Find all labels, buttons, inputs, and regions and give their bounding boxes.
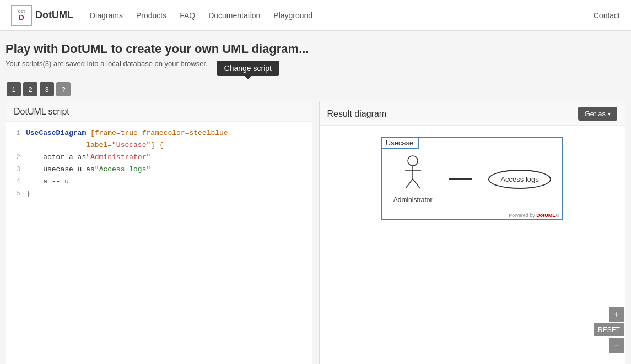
code-token: UseCaseDiagram bbox=[26, 127, 86, 151]
code-token: "Access logs" bbox=[95, 164, 150, 176]
change-script-tooltip: Change script bbox=[217, 61, 279, 76]
uml-frame-label: Usecase bbox=[382, 138, 419, 149]
actor-label: Administrator bbox=[393, 196, 433, 204]
line-num-4: 4 bbox=[9, 176, 20, 188]
nav-diagrams[interactable]: Diagrams bbox=[90, 11, 123, 20]
zoom-out-button[interactable]: − bbox=[609, 338, 624, 353]
get-as-button[interactable]: Get as ▾ bbox=[578, 107, 617, 121]
powered-by-icon: ⚙ bbox=[556, 213, 560, 218]
svg-line-3 bbox=[406, 179, 413, 188]
zoom-controls: + RESET − bbox=[594, 307, 624, 353]
uml-diagram: Usecase bbox=[381, 137, 563, 220]
nav-products[interactable]: Products bbox=[136, 11, 166, 20]
code-line-5: 5 } bbox=[9, 188, 309, 200]
logo-icon: dot D bbox=[11, 5, 32, 26]
tooltip-wrapper: Change script bbox=[217, 61, 279, 76]
code-line-4: 4 a -- u bbox=[9, 176, 309, 188]
zoom-button-group: + RESET − bbox=[594, 307, 624, 353]
logo-d: D bbox=[19, 14, 24, 21]
logo-area: dot D DotUML bbox=[11, 5, 73, 26]
code-line-3: 3 usecase u as "Access logs" bbox=[9, 164, 309, 176]
svg-line-4 bbox=[413, 179, 420, 188]
diagram-area: Usecase bbox=[320, 126, 625, 324]
code-editor[interactable]: 1 UseCaseDiagram [frame=true framecolor=… bbox=[6, 122, 312, 206]
powered-by: Powered by DotUML⚙ bbox=[382, 213, 562, 219]
code-token: usecase u as bbox=[26, 164, 95, 176]
result-panel-header: Result diagram Get as ▾ bbox=[320, 101, 625, 126]
script-panel: DotUML script 1 UseCaseDiagram [frame=tr… bbox=[6, 101, 312, 364]
svg-point-0 bbox=[408, 156, 418, 166]
script-tab-help[interactable]: ? bbox=[56, 82, 71, 96]
code-line-2: 2 actor a as "Administrator" bbox=[9, 151, 309, 164]
code-token: "Administrator" bbox=[86, 151, 150, 164]
connector-line bbox=[449, 178, 472, 180]
script-number-tabs: 1 2 3 ? bbox=[7, 82, 625, 96]
powered-by-logo: DotUML bbox=[536, 213, 556, 218]
nav-playground[interactable]: Playground bbox=[273, 11, 312, 20]
code-token: actor a as bbox=[26, 151, 86, 164]
nav-faq[interactable]: FAQ bbox=[180, 11, 195, 20]
access-logs-oval: Access logs bbox=[488, 170, 551, 189]
page-subtitle: Your scripts(3) are saved into a local d… bbox=[6, 59, 208, 68]
script-tab-2[interactable]: 2 bbox=[23, 82, 37, 96]
actor-area: Administrator bbox=[393, 154, 433, 204]
code-token: a -- u bbox=[26, 176, 69, 188]
line-num-3: 3 bbox=[9, 164, 20, 176]
line-num-1: 1 bbox=[9, 127, 20, 151]
main-content: Play with DotUML to create your own UML … bbox=[0, 31, 631, 364]
script-tab-3[interactable]: 3 bbox=[40, 82, 54, 96]
header: dot D DotUML Diagrams Products FAQ Docum… bbox=[0, 0, 631, 31]
result-panel: Result diagram Get as ▾ Usecase bbox=[319, 101, 626, 364]
line-num-2: 2 bbox=[9, 151, 20, 164]
code-line-1: 1 UseCaseDiagram [frame=true framecolor=… bbox=[9, 127, 309, 151]
script-tab-1[interactable]: 1 bbox=[7, 82, 21, 96]
actor-figure bbox=[402, 154, 424, 193]
line-num-5: 5 bbox=[9, 188, 20, 200]
script-panel-header: DotUML script bbox=[6, 101, 312, 122]
main-nav: Diagrams Products FAQ Documentation Play… bbox=[90, 11, 594, 20]
zoom-reset-button[interactable]: RESET bbox=[594, 323, 624, 336]
script-panel-title: DotUML script bbox=[14, 107, 69, 117]
get-as-label: Get as bbox=[585, 110, 606, 118]
page-title: Play with DotUML to create your own UML … bbox=[6, 42, 625, 56]
two-column-layout: DotUML script 1 UseCaseDiagram [frame=tr… bbox=[6, 101, 625, 364]
code-token: } bbox=[26, 188, 30, 200]
nav-documentation[interactable]: Documentation bbox=[208, 11, 260, 20]
result-panel-title: Result diagram bbox=[327, 109, 387, 119]
powered-by-text: Powered by bbox=[509, 213, 536, 218]
code-token: [frame=true framecolor=steelblue label="… bbox=[86, 127, 308, 151]
logo-brand-name: DotUML bbox=[35, 9, 73, 21]
nav-contact[interactable]: Contact bbox=[594, 11, 620, 20]
chevron-down-icon: ▾ bbox=[608, 111, 611, 117]
zoom-in-button[interactable]: + bbox=[609, 307, 624, 322]
